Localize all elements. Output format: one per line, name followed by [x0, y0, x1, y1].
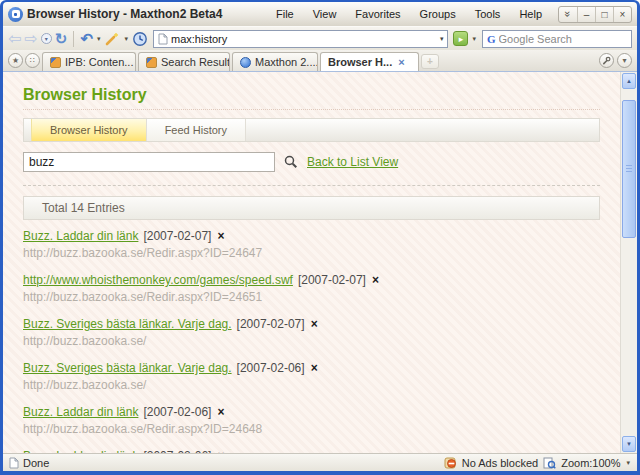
chevron-down-icon: ▾	[622, 56, 626, 65]
navigation-toolbar: ⇦ ⇨ ▾ ↻ ↶ ▾ ▾ ▾ ▸ ▾	[3, 26, 637, 50]
zoom-icon	[543, 457, 556, 469]
entry-delete-button[interactable]: ×	[217, 229, 224, 243]
history-button[interactable]	[132, 31, 148, 47]
back-button[interactable]: ⇦	[8, 31, 21, 47]
menu-file[interactable]: File	[276, 8, 294, 20]
menu-view[interactable]: View	[313, 8, 337, 20]
entry-delete-button[interactable]: ×	[217, 405, 224, 419]
tab-close-icon[interactable]: ×	[398, 56, 404, 68]
history-entry: Buzz. Laddar din länk[2007-02-06]× http:…	[23, 405, 600, 437]
search-icon	[284, 155, 298, 169]
entry-url: http://buzz.bazooka.se/Redir.aspx?ID=246…	[23, 289, 600, 305]
tab-browser-history[interactable]: Browser H... ×	[320, 52, 419, 71]
history-search-input[interactable]	[23, 152, 275, 172]
vertical-scrollbar[interactable]: ▲ ▼	[620, 72, 637, 453]
entry-title-link[interactable]: Buzz. Sveriges bästa länkar. Varje dag.	[23, 317, 232, 331]
entry-title-link[interactable]: Buzz. Laddar din länk	[23, 229, 138, 243]
ads-blocked-label[interactable]: No Ads blocked	[462, 457, 538, 469]
tab-maxthon[interactable]: Maxthon 2....	[232, 52, 318, 71]
back-to-list-view-link[interactable]: Back to List View	[307, 155, 398, 169]
page-icon	[158, 33, 168, 45]
close-button[interactable]: ×	[613, 7, 631, 22]
tab-label: Maxthon 2....	[255, 56, 318, 68]
browser-window: Browser History - Maxthon2 Beta4 File Vi…	[0, 0, 640, 475]
address-dropdown-icon[interactable]: ▾	[440, 35, 444, 43]
tab-label: Browser H...	[328, 56, 392, 68]
go-button[interactable]: ▸	[453, 31, 468, 46]
undo-button[interactable]: ↶	[80, 31, 93, 46]
tab-search-results[interactable]: Search Results	[138, 52, 230, 71]
tab-label: IPB: Conten...	[65, 56, 133, 68]
divider	[23, 109, 600, 110]
web-search-box[interactable]: G ▾	[482, 30, 632, 48]
history-view-tabs: Browser History Feed History	[23, 118, 600, 142]
collapse-toolbar-button[interactable]: »	[559, 7, 577, 22]
maxthon-logo-icon	[8, 7, 23, 22]
status-bar: Done No Ads blocked Zoom:100% ▾	[3, 453, 637, 471]
entry-url: http://buzz.bazooka.se/Redir.aspx?ID=246…	[23, 245, 600, 261]
address-bar[interactable]: ▾	[153, 30, 448, 48]
search-button[interactable]	[284, 155, 298, 169]
tab-feed-history-view[interactable]: Feed History	[147, 119, 246, 141]
tab-ipb[interactable]: IPB: Conten...	[42, 52, 136, 71]
tab-tools-button[interactable]	[599, 53, 614, 68]
menu-groups[interactable]: Groups	[420, 8, 456, 20]
status-text: Done	[23, 457, 49, 469]
favorites-button[interactable]: ★	[8, 53, 23, 68]
history-search-row: Back to List View	[23, 152, 600, 172]
entry-url: http://buzz.bazooka.se/	[23, 377, 600, 393]
total-entries-bar: Total 14 Entries	[23, 196, 600, 220]
magic-wand-button[interactable]	[104, 31, 120, 47]
new-tab-button[interactable]: +	[421, 54, 439, 69]
entry-url: http://buzz.bazooka.se/Redir.aspx?ID=246…	[23, 421, 600, 437]
entry-title-link[interactable]: Buzz. Laddar din länk	[23, 449, 138, 453]
address-input[interactable]	[171, 33, 437, 45]
wand-dropdown[interactable]: ▾	[124, 35, 128, 43]
total-entries-label: Total 14 Entries	[42, 201, 125, 215]
entry-date: [2007-02-07]	[237, 317, 305, 331]
entry-date: [2007-02-06]	[237, 361, 305, 375]
maximize-button[interactable]: □	[595, 7, 613, 22]
menu-tools[interactable]: Tools	[475, 8, 501, 20]
wrench-icon	[602, 56, 611, 65]
tab-favicon-globe	[240, 57, 251, 68]
forward-button[interactable]: ⇨	[24, 31, 37, 47]
entry-date: [2007-02-07]	[298, 273, 366, 287]
scroll-down-button[interactable]: ▼	[622, 436, 636, 452]
tab-list-dropdown-button[interactable]: ▾	[617, 53, 632, 68]
scroll-up-button[interactable]: ▲	[622, 73, 636, 89]
entry-delete-button[interactable]: ×	[311, 361, 318, 375]
zoom-dropdown-icon[interactable]: ▾	[626, 459, 630, 467]
history-entry: Buzz. Laddar din länk[2007-02-07]× http:…	[23, 229, 600, 261]
toolbar-separator	[73, 31, 74, 47]
tab-browser-history-view[interactable]: Browser History	[31, 119, 147, 141]
clock-icon	[132, 31, 148, 47]
scrollbar-thumb[interactable]	[622, 100, 636, 238]
tab-grid-button[interactable]: ∷	[25, 53, 40, 68]
grid-icon: ∷	[30, 56, 35, 65]
undo-dropdown[interactable]: ▾	[97, 35, 101, 43]
entry-title-link[interactable]: http://www.whoisthemonkey.com/games/spee…	[23, 273, 293, 287]
window-title: Browser History - Maxthon2 Beta4	[27, 7, 222, 21]
menu-help[interactable]: Help	[519, 8, 542, 20]
history-entry: Buzz. Sveriges bästa länkar. Varje dag.[…	[23, 361, 600, 393]
refresh-button[interactable]: ↻	[55, 31, 68, 46]
entry-title-link[interactable]: Buzz. Laddar din länk	[23, 405, 138, 419]
entry-delete-button[interactable]: ×	[372, 273, 379, 287]
tab-bar: ★ ∷ IPB: Conten... Search Results Maxtho…	[3, 50, 637, 71]
minimize-button[interactable]: –	[577, 7, 595, 22]
ad-blocker-icon	[444, 457, 457, 469]
tab-favicon	[146, 57, 157, 68]
web-search-input[interactable]	[499, 33, 640, 45]
nav-history-dropdown[interactable]: ▾	[41, 33, 52, 44]
window-controls: » – □ ×	[558, 6, 632, 23]
title-bar: Browser History - Maxthon2 Beta4 File Vi…	[3, 2, 637, 26]
entry-delete-button[interactable]: ×	[217, 449, 224, 453]
entry-delete-button[interactable]: ×	[311, 317, 318, 331]
zoom-level-label[interactable]: Zoom:100%	[561, 457, 620, 469]
go-dropdown[interactable]: ▾	[472, 35, 476, 43]
entry-date: [2007-02-06]	[143, 449, 211, 453]
entry-title-link[interactable]: Buzz. Sveriges bästa länkar. Varje dag.	[23, 361, 232, 375]
menu-favorites[interactable]: Favorites	[355, 8, 400, 20]
page-icon	[9, 457, 19, 469]
